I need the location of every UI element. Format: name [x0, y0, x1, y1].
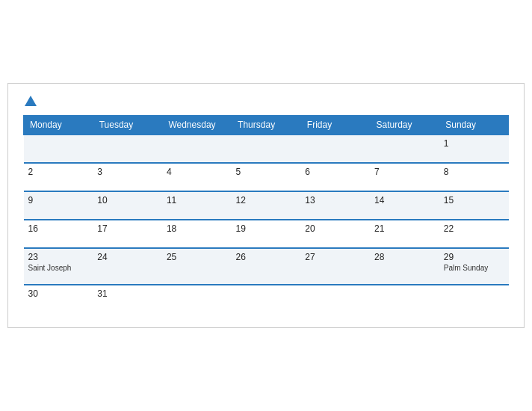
calendar-header — [23, 96, 509, 106]
day-cell: 23Saint Joseph — [24, 248, 93, 285]
day-cell: 1 — [439, 135, 509, 163]
day-cell — [370, 285, 439, 312]
day-cell: 22 — [439, 220, 509, 248]
day-cell: 21 — [370, 220, 439, 248]
day-cell: 25 — [162, 248, 232, 285]
week-row-2: 2345678 — [24, 163, 509, 191]
day-cell: 30 — [24, 285, 93, 312]
day-number: 7 — [374, 167, 435, 177]
day-cell: 27 — [300, 248, 370, 285]
day-cell — [232, 285, 301, 312]
day-number: 25 — [167, 252, 227, 262]
col-header-saturday: Saturday — [370, 116, 439, 135]
day-number: 12 — [236, 195, 297, 206]
day-number: 10 — [97, 195, 158, 206]
day-number: 5 — [236, 167, 297, 177]
col-header-thursday: Thursday — [232, 116, 301, 135]
day-cell: 20 — [300, 220, 370, 248]
day-number: 19 — [236, 223, 297, 234]
day-cell: 7 — [370, 163, 439, 191]
day-number: 22 — [444, 223, 504, 234]
day-cell — [232, 135, 301, 163]
week-row-3: 9101112131415 — [24, 191, 509, 220]
day-cell: 16 — [24, 220, 93, 248]
col-header-tuesday: Tuesday — [93, 116, 162, 135]
day-cell: 10 — [93, 191, 162, 220]
day-number: 1 — [444, 138, 504, 149]
logo — [23, 96, 40, 106]
day-number: 26 — [236, 252, 297, 262]
day-event: Saint Joseph — [28, 264, 89, 272]
day-cell: 18 — [162, 220, 232, 248]
calendar-container: MondayTuesdayWednesdayThursdayFridaySatu… — [7, 83, 525, 328]
day-number: 17 — [97, 223, 158, 234]
day-cell: 8 — [439, 163, 509, 191]
day-number: 31 — [97, 288, 158, 299]
day-number: 16 — [28, 223, 89, 234]
day-number: 6 — [305, 167, 365, 177]
week-row-5: 23Saint Joseph242526272829Palm Sunday — [24, 248, 509, 285]
header-row: MondayTuesdayWednesdayThursdayFridaySatu… — [24, 116, 509, 135]
day-cell: 19 — [232, 220, 301, 248]
col-header-monday: Monday — [24, 116, 93, 135]
day-number: 15 — [444, 195, 504, 206]
day-cell: 17 — [93, 220, 162, 248]
day-number: 13 — [305, 195, 365, 206]
day-cell: 11 — [162, 191, 232, 220]
day-event: Palm Sunday — [444, 264, 504, 272]
week-row-1: 1 — [24, 135, 509, 163]
day-number: 3 — [97, 167, 158, 177]
week-row-4: 16171819202122 — [24, 220, 509, 248]
day-number: 11 — [167, 195, 227, 206]
day-cell — [370, 135, 439, 163]
day-cell: 2 — [24, 163, 93, 191]
day-number: 18 — [167, 223, 227, 234]
day-cell — [300, 135, 370, 163]
day-cell: 12 — [232, 191, 301, 220]
col-header-sunday: Sunday — [439, 116, 509, 135]
day-cell — [162, 135, 232, 163]
day-number: 8 — [444, 167, 504, 177]
col-header-friday: Friday — [300, 116, 370, 135]
day-number: 30 — [28, 288, 89, 299]
day-cell: 15 — [439, 191, 509, 220]
calendar-tbody: 1234567891011121314151617181920212223Sai… — [24, 135, 509, 312]
week-row-6: 3031 — [24, 285, 509, 312]
day-number: 9 — [28, 195, 89, 206]
day-cell: 3 — [93, 163, 162, 191]
day-cell — [93, 135, 162, 163]
day-cell — [300, 285, 370, 312]
day-cell: 9 — [24, 191, 93, 220]
day-cell — [162, 285, 232, 312]
day-number: 20 — [305, 223, 365, 234]
day-number: 29 — [444, 252, 504, 262]
day-number: 14 — [374, 195, 435, 206]
day-cell: 5 — [232, 163, 301, 191]
day-cell: 24 — [93, 248, 162, 285]
day-number: 2 — [28, 167, 89, 177]
day-number: 4 — [167, 167, 227, 177]
day-number: 28 — [374, 252, 435, 262]
day-cell — [439, 285, 509, 312]
day-cell: 26 — [232, 248, 301, 285]
day-number: 21 — [374, 223, 435, 234]
day-number: 23 — [28, 252, 89, 262]
calendar-table: MondayTuesdayWednesdayThursdayFridaySatu… — [23, 115, 509, 312]
day-cell: 29Palm Sunday — [439, 248, 509, 285]
calendar-thead: MondayTuesdayWednesdayThursdayFridaySatu… — [24, 116, 509, 135]
day-cell: 31 — [93, 285, 162, 312]
day-number: 27 — [305, 252, 365, 262]
day-cell: 14 — [370, 191, 439, 220]
col-header-wednesday: Wednesday — [162, 116, 232, 135]
day-cell: 4 — [162, 163, 232, 191]
day-cell: 28 — [370, 248, 439, 285]
day-number: 24 — [97, 252, 158, 262]
day-cell: 13 — [300, 191, 370, 220]
day-cell — [24, 135, 93, 163]
day-cell: 6 — [300, 163, 370, 191]
logo-triangle-icon — [25, 96, 37, 106]
